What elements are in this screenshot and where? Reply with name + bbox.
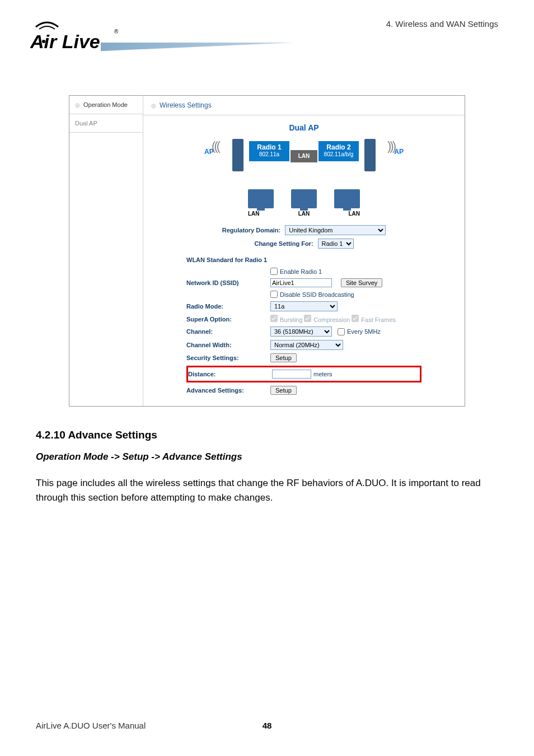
channel-select[interactable]: 36 (5180MHz) xyxy=(270,326,332,337)
reg-domain-select[interactable]: United Kingdom xyxy=(285,225,386,235)
compression-checkbox xyxy=(304,315,311,322)
channel-label: Channel: xyxy=(186,328,270,335)
enable-radio-checkbox[interactable] xyxy=(270,268,278,275)
operation-mode-path: Operation Mode -> Setup -> Advance Setti… xyxy=(36,451,498,463)
every5-label: Every 5MHz xyxy=(347,328,381,335)
signal-icon: ))) xyxy=(213,139,221,153)
ap-left-label: AP xyxy=(204,148,214,156)
sidebar-header: Operation Mode xyxy=(69,96,143,114)
disable-ssid-label: Disable SSID Broadcasting xyxy=(280,291,354,298)
tower-icon xyxy=(364,139,376,171)
channel-width-label: Channel Width: xyxy=(186,342,270,348)
every5-checkbox[interactable] xyxy=(338,328,345,335)
ap-right-label: AP xyxy=(394,148,404,156)
wireless-settings-screenshot: Operation Mode Dual AP Wireless Settings… xyxy=(69,95,465,407)
distance-label: Distance: xyxy=(188,371,272,377)
lan-label: LAN xyxy=(298,211,310,217)
signal-icon: ))) xyxy=(387,139,395,153)
topology-diagram: ))) ))) AP AP Radio 1802.11a Radio 2802.… xyxy=(203,136,405,220)
dual-ap-heading: Dual AP xyxy=(143,123,465,132)
svg-text:Air Live: Air Live xyxy=(30,31,100,52)
sidebar-item-dualap[interactable]: Dual AP xyxy=(69,114,143,133)
distance-highlight-box: Distance: meters xyxy=(186,366,421,382)
radio1-box: Radio 1802.11a xyxy=(249,141,289,161)
security-settings-label: Security Settings: xyxy=(186,354,270,361)
radio2-box: Radio 2802.11a/b/g xyxy=(318,141,359,161)
reg-domain-label: Regulatory Domain: xyxy=(222,227,281,234)
distance-unit: meters xyxy=(313,371,332,377)
supera-options: Bursting Compression Fast Frames xyxy=(270,315,396,323)
advanced-settings-label: Advanced Settings: xyxy=(186,387,270,394)
enable-radio-label: Enable Radio 1 xyxy=(280,268,322,275)
distance-input[interactable] xyxy=(272,370,311,379)
panel-title: Wireless Settings xyxy=(143,96,465,115)
change-setting-select[interactable]: Radio 1 xyxy=(318,239,354,249)
breadcrumb: 4. Wireless and WAN Settings xyxy=(386,19,498,29)
wlan-standard-header: WLAN Standard for Radio 1 xyxy=(186,256,421,263)
disable-ssid-checkbox[interactable] xyxy=(270,291,278,298)
lan-label: LAN xyxy=(248,211,260,217)
pc-icon xyxy=(334,189,360,208)
fastframes-checkbox xyxy=(352,315,359,322)
radio-mode-select[interactable]: 11a xyxy=(270,301,338,311)
section-body: This page includes all the wireless sett… xyxy=(36,476,498,506)
lan-label: LAN xyxy=(348,211,360,217)
lan-box: LAN xyxy=(291,150,317,162)
security-setup-button[interactable]: Setup xyxy=(270,353,297,362)
site-survey-button[interactable]: Site Survey xyxy=(341,278,382,287)
radio-mode-label: Radio Mode: xyxy=(186,303,270,310)
tower-icon xyxy=(232,139,243,171)
channel-width-select[interactable]: Normal (20MHz) xyxy=(270,340,343,350)
change-setting-label: Change Setting For: xyxy=(254,240,313,247)
supera-label: SuperA Option: xyxy=(186,316,270,323)
bursting-checkbox xyxy=(270,315,278,322)
pc-icon xyxy=(291,189,317,208)
network-id-input[interactable] xyxy=(270,278,332,287)
network-id-label: Network ID (SSID) xyxy=(186,279,270,286)
section-heading: 4.2.10 Advance Settings xyxy=(36,429,498,441)
header-swoosh xyxy=(101,43,534,74)
sidebar: Operation Mode Dual AP xyxy=(69,96,143,406)
svg-text:®: ® xyxy=(114,29,119,35)
pc-icon xyxy=(248,189,274,208)
page-number: 48 xyxy=(0,721,534,730)
advanced-setup-button[interactable]: Setup xyxy=(270,386,297,395)
